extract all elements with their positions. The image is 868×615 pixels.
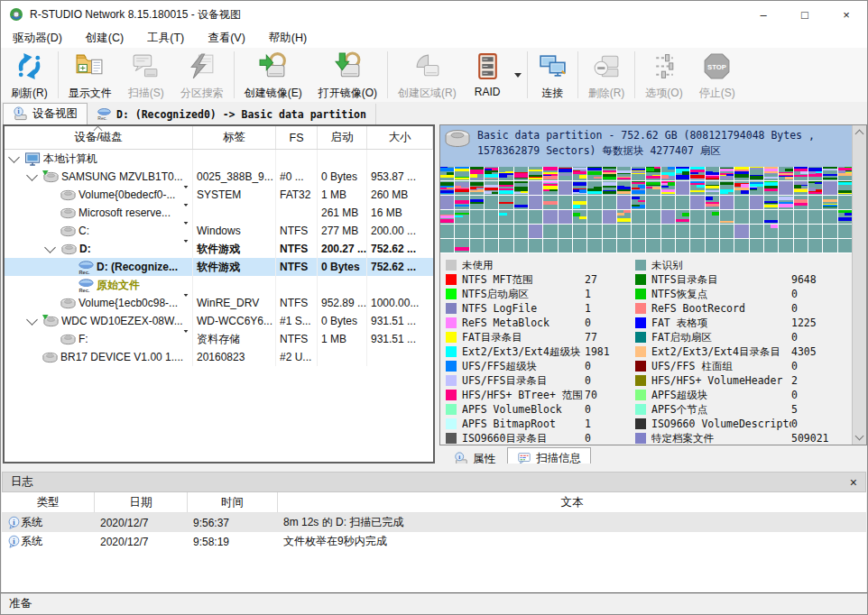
log-column-header-1[interactable]: 日期 xyxy=(95,492,188,512)
map-stripe xyxy=(603,182,616,186)
map-block xyxy=(485,181,498,195)
log-row-0[interactable]: i系统2020/12/79:56:378m 12s 的 D: 扫描已完成 xyxy=(2,513,866,532)
expand-chevron-icon[interactable] xyxy=(44,242,56,253)
map-block xyxy=(706,196,719,209)
device-row-9[interactable]: WDC WD10EZEX-08W...WD-WCC6Y6...#1 S...0 … xyxy=(5,312,433,330)
legend-item: Ext2/Ext3/Ext4超级块1981 xyxy=(446,344,635,359)
legend-swatch xyxy=(635,433,646,444)
toolbar-scan-icon xyxy=(131,51,161,85)
log-column-header-0[interactable]: 类型 xyxy=(2,492,95,512)
map-block xyxy=(543,196,557,209)
legend-count: 1 xyxy=(585,288,635,300)
device-row-6[interactable]: Rec.D: (Recognize...软件游戏NTFS0 Bytes752.6… xyxy=(5,258,433,276)
device-row-5[interactable]: D:软件游戏NTFS200.27 ...752.62 ... xyxy=(5,240,433,258)
legend-item: NTFS MFT范围27 xyxy=(446,272,635,287)
scroll-down-icon[interactable] xyxy=(853,430,866,445)
toolbar-button-7[interactable]: RAID xyxy=(465,48,511,102)
map-stripe xyxy=(603,191,616,194)
map-block xyxy=(720,167,734,180)
toolbar-separator xyxy=(58,51,59,98)
toolbar-button-6[interactable]: 创建区域(R) xyxy=(390,48,465,102)
map-block xyxy=(603,167,616,180)
device-row-11[interactable]: BR17 DEVICE V1.00 1....20160823#2 U... xyxy=(5,348,433,366)
map-block xyxy=(543,239,557,252)
log-close-icon[interactable]: × xyxy=(850,475,857,490)
device-row-7[interactable]: Rec.原始文件 xyxy=(5,276,433,294)
device-row-3[interactable]: Microsoft reserve...261 MB16 MB xyxy=(5,204,433,222)
toolbar-button-1[interactable]: 显示文件 xyxy=(60,48,120,102)
legend-swatch xyxy=(635,418,646,429)
log-panel: 日志 × 类型日期时间文本 i系统2020/12/79:56:378m 12s … xyxy=(1,464,867,595)
scan-scrollbar[interactable] xyxy=(852,125,866,445)
toolbar-button-0[interactable]: 刷新(R) xyxy=(3,48,56,102)
scroll-up-icon[interactable] xyxy=(853,125,866,140)
label-cell: 软件游戏 xyxy=(193,258,276,276)
device-name: D: xyxy=(79,243,91,255)
row-dropdown-icon[interactable] xyxy=(182,333,192,345)
device-column-header-2[interactable]: FS xyxy=(276,126,318,149)
toolbar-button-2[interactable]: 扫描(S) xyxy=(120,48,172,102)
legend-label: ISO9660目录条目 xyxy=(462,432,585,445)
map-stripe xyxy=(559,173,572,176)
device-column-header-1[interactable]: 标签 xyxy=(193,126,276,149)
toolbar-button-9[interactable]: 删除(R) xyxy=(580,48,633,102)
map-stripe xyxy=(661,186,669,188)
scan-legend-left: 未使用NTFS MFT范围27NTFS启动扇区1NTFS LogFile1ReF… xyxy=(446,258,635,445)
map-block xyxy=(823,210,836,224)
device-column-header-0[interactable]: 设备/磁盘 xyxy=(5,126,193,149)
menu-item-4[interactable]: 帮助(H) xyxy=(257,29,319,48)
menu-item-3[interactable]: 查看(V) xyxy=(196,29,257,48)
legend-label: HFS/HFS+ BTree+ 范围 xyxy=(462,389,585,402)
legend-count: 77 xyxy=(585,331,635,344)
status-text: 准备 xyxy=(9,596,32,611)
log-column-header-2[interactable]: 时间 xyxy=(188,492,278,512)
toolbar-dropdown-arrow-icon[interactable] xyxy=(511,48,525,102)
device-row-1[interactable]: SAMSUNG MZVLB1T0...0025_388B_9...#0 ...0… xyxy=(5,168,433,186)
device-row-10[interactable]: F:资料存储NTFS1 MB931.51 ... xyxy=(5,330,433,348)
log-column-header-3[interactable]: 文本 xyxy=(278,492,866,512)
close-button[interactable]: × xyxy=(826,1,867,28)
expand-chevron-icon[interactable] xyxy=(26,170,38,181)
row-dropdown-icon[interactable] xyxy=(182,225,192,237)
expand-chevron-icon[interactable] xyxy=(8,151,20,163)
toolbar-button-3[interactable]: 分区搜索 xyxy=(172,48,232,102)
device-row-8[interactable]: Volume{1ecb0c98-...WinRE_DRVNTFS952.89 .… xyxy=(5,294,433,312)
device-row-2[interactable]: Volume{0bedecf0-...SYSTEMFAT321 MB260 MB xyxy=(5,186,433,204)
map-block xyxy=(838,196,852,209)
menu-item-1[interactable]: 创建(C) xyxy=(74,29,135,48)
view-tab-1[interactable]: Rec.D: (Recognized0) -> Basic data parti… xyxy=(88,104,376,124)
map-stripe xyxy=(764,186,778,188)
maximize-button[interactable]: □ xyxy=(784,1,826,28)
row-dropdown-icon[interactable] xyxy=(182,207,192,219)
map-stripe xyxy=(734,167,748,170)
log-row-1[interactable]: i系统2020/12/79:58:19文件枚举在9秒内完成 xyxy=(2,532,866,551)
toolbar-button-4[interactable]: 创建镜像(E) xyxy=(236,48,310,102)
toolbar-button-8[interactable]: 连接 xyxy=(530,48,576,102)
menu-item-0[interactable]: 驱动器(D) xyxy=(1,29,74,48)
toolbar-button-5[interactable]: 打开镜像(O) xyxy=(310,48,385,102)
device-row-4[interactable]: C:WindowsNTFS277 MB200.00 ... xyxy=(5,222,433,240)
legend-count: 70 xyxy=(585,389,635,401)
legend-label: APFS个节点 xyxy=(651,403,791,417)
device-row-0[interactable]: 本地计算机 xyxy=(5,150,433,168)
toolbar-options-icon xyxy=(650,51,679,85)
row-dropdown-icon[interactable] xyxy=(182,297,192,309)
device-column-header-4[interactable]: 大小 xyxy=(367,126,433,149)
view-tab-0[interactable]: i设备视图 xyxy=(3,103,88,124)
map-block xyxy=(794,225,808,238)
legend-label: HFS/HFS+ VolumeHeader xyxy=(651,374,791,387)
toolbar-button-10[interactable]: 选项(O) xyxy=(637,48,690,102)
map-stripe xyxy=(594,177,601,179)
legend-label: UFS/FFS超级块 xyxy=(462,360,585,373)
info-icon: i xyxy=(7,516,21,529)
expand-chevron-icon[interactable] xyxy=(26,314,38,326)
device-column-header-3[interactable]: 启动 xyxy=(318,126,367,149)
row-dropdown-icon[interactable] xyxy=(182,188,192,201)
minimize-button[interactable]: – xyxy=(743,1,784,28)
scan-block-map[interactable] xyxy=(440,167,852,253)
row-dropdown-icon[interactable] xyxy=(182,243,192,255)
toolbar-button-11[interactable]: STOP停止(S) xyxy=(691,48,743,102)
menu-item-2[interactable]: 工具(T) xyxy=(135,29,196,48)
svg-text:STOP: STOP xyxy=(707,63,726,71)
map-stripe xyxy=(823,178,836,179)
